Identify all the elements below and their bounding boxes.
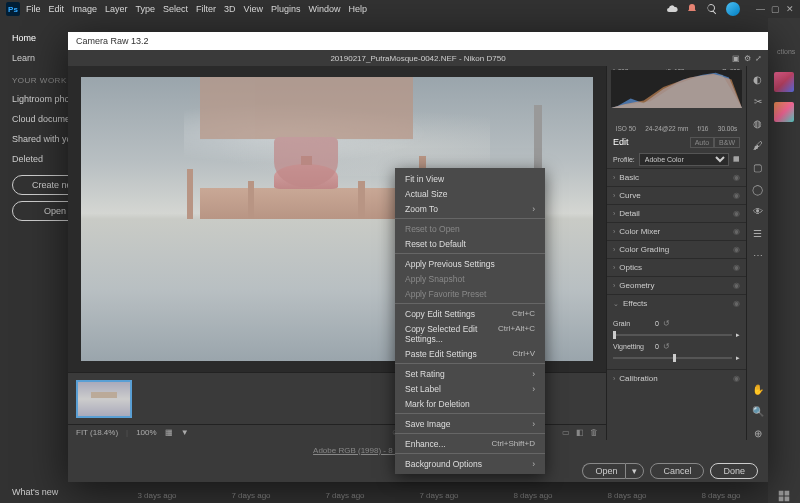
ctx-save-image[interactable]: Save Image› <box>395 416 545 431</box>
cr-edit-panel: f: 327 t5: 138 R: 233 ISO 50 24-24@22 mm… <box>606 66 746 440</box>
menu-filter[interactable]: Filter <box>196 4 216 14</box>
cr-titlebar: Camera Raw 13.2 <box>68 32 768 50</box>
ctx-copy-selected-edit-settings-[interactable]: Copy Selected Edit Settings...Ctrl+Alt+C <box>395 321 545 346</box>
panel-detail[interactable]: ›Detail◉ <box>607 205 746 222</box>
close-icon[interactable]: ✕ <box>786 4 794 14</box>
menu-view[interactable]: View <box>244 4 263 14</box>
ctx-paste-edit-settings[interactable]: Paste Edit SettingsCtrl+V <box>395 346 545 361</box>
more-icon[interactable]: ⋯ <box>751 248 765 262</box>
vignette-reset-icon[interactable]: ↺ <box>663 342 670 351</box>
compare-icon[interactable]: ◧ <box>576 428 584 437</box>
ctx-enhance-[interactable]: Enhance...Ctrl+Shift+D <box>395 436 545 451</box>
ctx-background-options[interactable]: Background Options› <box>395 456 545 471</box>
ctx-apply-previous-settings[interactable]: Apply Previous Settings <box>395 256 545 271</box>
ctx-reset-to-open: Reset to Open <box>395 221 545 236</box>
grain-slider[interactable] <box>613 334 732 336</box>
cloud-icon[interactable] <box>666 3 678 15</box>
whats-new-link[interactable]: What's new <box>12 487 58 497</box>
ctx-set-rating[interactable]: Set Rating› <box>395 366 545 381</box>
grain-reset-icon[interactable]: ↺ <box>663 319 670 328</box>
panel-color-mixer[interactable]: ›Color Mixer◉ <box>607 223 746 240</box>
zoom-tool-icon[interactable]: 🔍 <box>751 404 765 418</box>
menu-file[interactable]: File <box>26 4 41 14</box>
ctx-reset-to-default[interactable]: Reset to Default <box>395 236 545 251</box>
hand-tool-icon[interactable]: ✋ <box>751 382 765 396</box>
open-image-button[interactable]: Open <box>582 463 625 479</box>
panel-curve[interactable]: ›Curve◉ <box>607 187 746 204</box>
heal-tool-icon[interactable]: ◍ <box>751 116 765 130</box>
filter-icon[interactable]: ▼ <box>181 428 189 437</box>
zoom-100[interactable]: 100% <box>136 428 156 437</box>
tab-auto[interactable]: Auto <box>690 137 714 148</box>
timeline-label: 7 days ago <box>231 491 270 500</box>
redeye-tool-icon[interactable]: 👁 <box>751 204 765 218</box>
presets-icon[interactable]: ☰ <box>751 226 765 240</box>
maximize-icon[interactable]: ▢ <box>771 4 780 14</box>
search-icon[interactable] <box>706 3 718 15</box>
timeline-label: 7 days ago <box>325 491 364 500</box>
timeline-label: 7 days ago <box>419 491 458 500</box>
cr-tool-strip: ◐ ✂ ◍ 🖌 ▢ ◯ 👁 ☰ ⋯ ✋ 🔍 ⊕ <box>746 66 768 440</box>
menu-type[interactable]: Type <box>136 4 156 14</box>
menu-image[interactable]: Image <box>72 4 97 14</box>
vignette-value: 0 <box>649 343 659 350</box>
profile-grid-icon[interactable]: ▦ <box>733 155 740 163</box>
ctx-mark-for-deletion[interactable]: Mark for Deletion <box>395 396 545 411</box>
toggle-icon[interactable]: ▣ <box>732 54 740 63</box>
menu-help[interactable]: Help <box>349 4 368 14</box>
panel-effects[interactable]: ⌄Effects◉ <box>607 295 746 312</box>
ctx-fit-in-view[interactable]: Fit in View <box>395 171 545 186</box>
ctx-zoom-to[interactable]: Zoom To› <box>395 201 545 216</box>
ctx-apply-snapshot: Apply Snapshot <box>395 271 545 286</box>
menu-layer[interactable]: Layer <box>105 4 128 14</box>
cancel-button[interactable]: Cancel <box>650 463 704 479</box>
menu-3d[interactable]: 3D <box>224 4 236 14</box>
edit-tool-icon[interactable]: ◐ <box>751 72 765 86</box>
context-menu: Fit in ViewActual SizeZoom To›Reset to O… <box>395 168 545 474</box>
panel-geometry[interactable]: ›Geometry◉ <box>607 277 746 294</box>
grain-label: Grain <box>613 320 645 327</box>
view-mode-icon[interactable]: ▭ <box>562 428 570 437</box>
zoom-fit[interactable]: FIT (18.4%) <box>76 428 118 437</box>
crop-tool-icon[interactable]: ✂ <box>751 94 765 108</box>
brush-tool-icon[interactable]: 🖌 <box>751 138 765 152</box>
panel-optics[interactable]: ›Optics◉ <box>607 259 746 276</box>
ctx-copy-edit-settings[interactable]: Copy Edit SettingsCtrl+C <box>395 306 545 321</box>
gradient-tool-icon[interactable]: ▢ <box>751 160 765 174</box>
dock-thumb-2[interactable] <box>774 102 794 122</box>
panel-basic[interactable]: ›Basic◉ <box>607 169 746 186</box>
done-button[interactable]: Done <box>710 463 758 479</box>
minimize-icon[interactable]: — <box>756 4 765 14</box>
grid-icon[interactable] <box>777 489 791 503</box>
edit-header: Edit <box>613 137 629 147</box>
ps-menu: File Edit Image Layer Type Select Filter… <box>26 4 367 14</box>
exif-row: ISO 50 24-24@22 mm f/16 30.00s <box>607 122 746 134</box>
sampler-tool-icon[interactable]: ⊕ <box>751 426 765 440</box>
fullscreen-icon[interactable]: ⤢ <box>755 54 762 63</box>
timeline-label: 3 days ago <box>137 491 176 500</box>
cr-filename: 20190217_PutraMosque-0042.NEF - Nikon D7… <box>330 54 505 63</box>
tab-bw[interactable]: B&W <box>714 137 740 148</box>
dock-thumb-1[interactable] <box>774 72 794 92</box>
bell-icon[interactable] <box>686 3 698 15</box>
menu-select[interactable]: Select <box>163 4 188 14</box>
filmstrip-thumb[interactable] <box>76 380 132 418</box>
menu-edit[interactable]: Edit <box>49 4 65 14</box>
histogram[interactable] <box>611 70 742 108</box>
ctx-set-label[interactable]: Set Label› <box>395 381 545 396</box>
recent-timeline: 3 days ago 7 days ago 7 days ago 7 days … <box>110 487 768 503</box>
vignette-slider[interactable] <box>613 357 732 359</box>
open-dropdown-button[interactable]: ▾ <box>625 463 644 479</box>
panel-color-grading[interactable]: ›Color Grading◉ <box>607 241 746 258</box>
trash-icon[interactable]: 🗑 <box>590 428 598 437</box>
panel-calibration[interactable]: ›Calibration◉ <box>607 370 746 387</box>
menu-plugins[interactable]: Plugins <box>271 4 301 14</box>
profile-select[interactable]: Adobe Color <box>639 153 729 166</box>
ctx-actual-size[interactable]: Actual Size <box>395 186 545 201</box>
menu-window[interactable]: Window <box>309 4 341 14</box>
gear-icon[interactable]: ⚙ <box>744 54 751 63</box>
radial-tool-icon[interactable]: ◯ <box>751 182 765 196</box>
avatar[interactable] <box>726 2 740 16</box>
grid-toggle-icon[interactable]: ▦ <box>165 428 173 437</box>
right-dock: ctions <box>768 18 800 503</box>
